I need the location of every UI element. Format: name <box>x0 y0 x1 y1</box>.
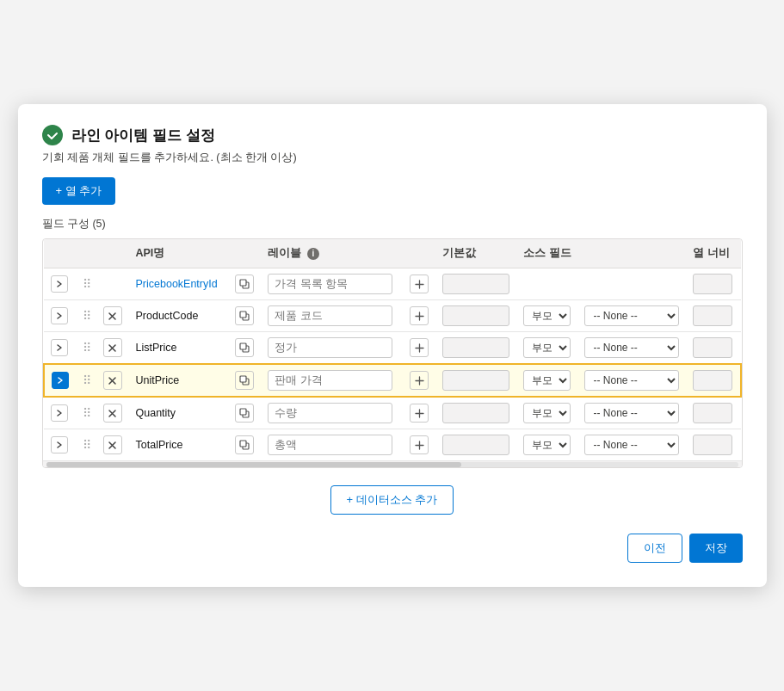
copy-cell <box>225 364 261 397</box>
expand-cell <box>44 397 76 429</box>
width-input[interactable] <box>693 274 732 294</box>
drag-handle[interactable]: ⠿ <box>83 438 90 452</box>
source-parent-select[interactable]: 부모 <box>523 403 571 423</box>
label-input[interactable] <box>268 337 392 358</box>
copy-api-button[interactable] <box>235 306 254 325</box>
width-input[interactable] <box>693 370 732 391</box>
source-field-select[interactable]: -- None -- <box>584 370 679 391</box>
fields-table: API명 레이블 i 기본값 소스 필드 열 너비 <box>43 239 742 460</box>
copy-api-button[interactable] <box>235 338 254 357</box>
drag-handle[interactable]: ⠿ <box>83 373 90 387</box>
add-datasource-button[interactable]: + 데이터소스 추가 <box>330 485 454 515</box>
drag-handle[interactable]: ⠿ <box>83 309 90 323</box>
table-row: ⠿ PricebookEntryId <box>44 268 741 300</box>
delete-row-button[interactable] <box>103 338 122 357</box>
delete-row-button[interactable] <box>103 371 122 390</box>
drag-cell: ⠿ <box>76 332 96 365</box>
expand-button[interactable] <box>51 436 68 453</box>
source-field-select[interactable]: -- None -- <box>584 305 679 326</box>
label-input[interactable] <box>268 403 392 423</box>
width-cell <box>686 397 740 429</box>
label-expand-cell <box>400 364 435 397</box>
default-value-input[interactable] <box>442 435 509 455</box>
label-expand-button[interactable] <box>410 306 429 325</box>
label-input[interactable] <box>268 274 392 294</box>
source-field-select[interactable]: -- None -- <box>584 403 679 423</box>
drag-handle[interactable]: ⠿ <box>83 341 90 355</box>
source-parent-select[interactable]: 부모 <box>523 305 571 326</box>
label-expand-button[interactable] <box>410 435 429 454</box>
expand-button[interactable] <box>51 339 68 356</box>
delete-row-button[interactable] <box>103 435 122 454</box>
drag-handle[interactable]: ⠿ <box>83 406 90 420</box>
copy-api-button[interactable] <box>235 435 254 454</box>
width-input[interactable] <box>693 305 732 326</box>
label-expand-button[interactable] <box>410 404 429 423</box>
source-field-cell: -- None -- <box>577 397 686 429</box>
drag-handle[interactable]: ⠿ <box>83 277 90 291</box>
modal-subtitle: 기회 제품 개체 필드를 추가하세요. (최소 한개 이상) <box>42 151 743 165</box>
default-cell <box>435 268 516 300</box>
col-api-header: API명 <box>129 239 225 268</box>
source-field-select[interactable]: -- None -- <box>584 337 679 358</box>
width-input[interactable] <box>693 337 732 358</box>
copy-cell <box>225 332 261 365</box>
copy-api-button[interactable] <box>235 371 254 390</box>
label-input[interactable] <box>268 305 392 326</box>
label-expand-button[interactable] <box>410 275 429 293</box>
width-cell <box>686 429 740 461</box>
table-row: ⠿ TotalPrice <box>44 429 741 461</box>
default-cell <box>435 332 516 365</box>
svg-rect-9 <box>240 409 246 415</box>
api-name-cell: TotalPrice <box>129 429 225 461</box>
label-expand-button[interactable] <box>410 338 429 357</box>
delete-cell <box>96 300 129 332</box>
source-field-select[interactable]: -- None -- <box>584 435 679 455</box>
expand-button[interactable] <box>51 307 68 324</box>
delete-row-button[interactable] <box>103 404 122 423</box>
source-parent-select[interactable]: 부모 <box>523 435 571 455</box>
horizontal-scrollbar[interactable] <box>43 460 742 467</box>
scrollbar-thumb[interactable] <box>46 462 461 467</box>
col-drag-header <box>76 239 96 268</box>
col-source-header: 소스 필드 <box>516 239 686 268</box>
default-value-input[interactable] <box>442 337 509 358</box>
label-input[interactable] <box>268 370 392 391</box>
expand-cell <box>44 364 76 397</box>
save-button[interactable]: 저장 <box>689 534 743 563</box>
source-parent-select[interactable]: 부모 <box>523 337 571 358</box>
delete-cell <box>96 268 129 300</box>
drag-cell: ⠿ <box>76 268 96 300</box>
api-name-link[interactable]: PricebookEntryId <box>136 278 218 290</box>
width-input[interactable] <box>693 435 732 455</box>
delete-cell <box>96 397 129 429</box>
col-delete-header <box>96 239 129 268</box>
table-row: ⠿ ListPrice <box>44 332 741 365</box>
label-input[interactable] <box>268 435 392 455</box>
table-row: ⠿ Quantity <box>44 397 741 429</box>
default-cell <box>435 364 516 397</box>
default-value-input[interactable] <box>442 274 509 294</box>
expand-button[interactable] <box>51 404 68 422</box>
api-name-text: Quantity <box>136 407 176 419</box>
default-value-input[interactable] <box>442 403 509 423</box>
source-parent-select[interactable]: 부모 <box>523 370 571 391</box>
api-name-cell: ListPrice <box>129 332 225 365</box>
copy-api-button[interactable] <box>235 275 254 293</box>
expand-cell <box>44 332 76 365</box>
default-cell <box>435 397 516 429</box>
delete-row-button[interactable] <box>103 306 122 325</box>
source-parent-cell: 부모 <box>516 332 577 365</box>
modal-header: 라인 아이템 필드 설정 <box>42 125 743 145</box>
default-value-input[interactable] <box>442 305 509 326</box>
default-value-input[interactable] <box>442 370 509 391</box>
expand-button[interactable] <box>51 275 68 293</box>
expand-button[interactable] <box>52 372 69 389</box>
copy-api-button[interactable] <box>235 404 254 423</box>
width-input[interactable] <box>693 403 732 423</box>
prev-button[interactable]: 이전 <box>627 534 682 563</box>
scrollbar-track[interactable] <box>46 462 738 467</box>
label-expand-button[interactable] <box>410 371 429 390</box>
modal-title: 라인 아이템 필드 설정 <box>71 126 215 145</box>
add-column-button[interactable]: + 열 추가 <box>42 177 116 205</box>
